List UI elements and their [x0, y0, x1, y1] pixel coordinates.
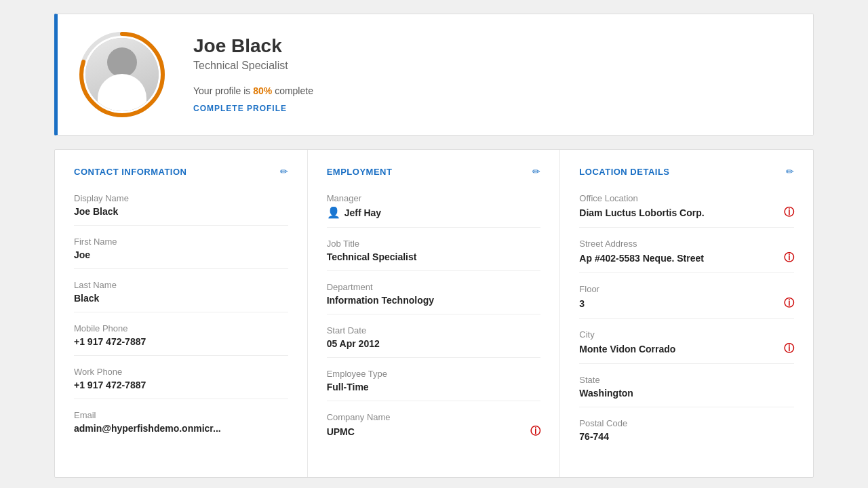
field-work-phone: Work Phone +1 917 472-7887: [74, 367, 288, 399]
person-icon: 👤: [327, 206, 340, 219]
location-column: LOCATION DETAILS ✏ Office Location Diam …: [560, 150, 813, 477]
complete-profile-link[interactable]: COMPLETE PROFILE: [193, 104, 287, 113]
street-address-value: Ap #402-5583 Neque. Street ⓘ: [579, 251, 794, 264]
employee-type-label: Employee Type: [327, 369, 541, 379]
field-email: Email admin@hyperfishdemo.onmicr...: [74, 410, 288, 442]
field-first-name: First Name Joe: [74, 237, 288, 269]
email-value: admin@hyperfishdemo.onmicr...: [74, 423, 288, 434]
field-office-location: Office Location Diam Luctus Lobortis Cor…: [579, 193, 794, 228]
field-display-name: Display Name Joe Black: [74, 193, 288, 226]
work-phone-label: Work Phone: [74, 367, 288, 377]
field-start-date: Start Date 05 Apr 2012: [327, 325, 541, 358]
mobile-phone-value: +1 917 472-7887: [74, 336, 288, 347]
display-name-label: Display Name: [74, 193, 288, 203]
contact-title: CONTACT INFORMATION: [74, 167, 186, 177]
location-header: LOCATION DETAILS ✏: [579, 166, 794, 180]
field-city: City Monte Vidon Corrado ⓘ: [579, 329, 794, 364]
field-last-name: Last Name Black: [74, 280, 288, 312]
state-value: Washington: [579, 388, 794, 399]
first-name-label: First Name: [74, 237, 288, 247]
profile-job-title: Technical Specialist: [193, 60, 793, 72]
office-location-value: Diam Luctus Lobortis Corp. ⓘ: [579, 206, 794, 219]
info-section: CONTACT INFORMATION ✏ Display Name Joe B…: [54, 149, 814, 478]
manager-value: 👤 Jeff Hay: [327, 206, 541, 219]
postal-code-value: 76-744: [579, 431, 794, 442]
employee-type-value: Full-Time: [327, 382, 541, 392]
field-street-address: Street Address Ap #402-5583 Neque. Stree…: [579, 239, 794, 273]
profile-name: Joe Black: [193, 35, 793, 57]
company-name-label: Company Name: [327, 412, 541, 422]
start-date-value: 05 Apr 2012: [327, 338, 541, 349]
mobile-phone-label: Mobile Phone: [74, 323, 288, 333]
display-name-value: Joe Black: [74, 206, 288, 217]
start-date-label: Start Date: [327, 325, 541, 336]
field-department: Department Information Technology: [327, 282, 541, 314]
company-name-value: UPMC ⓘ: [327, 425, 541, 438]
job-title-label: Job Title: [327, 239, 541, 249]
state-label: State: [579, 375, 794, 385]
field-state: State Washington: [579, 375, 794, 407]
floor-label: Floor: [579, 284, 794, 294]
department-label: Department: [327, 282, 541, 292]
employment-header: EMPLOYMENT ✏: [327, 166, 541, 180]
street-warning-icon: ⓘ: [784, 251, 794, 264]
contact-header: CONTACT INFORMATION ✏: [74, 166, 288, 180]
floor-warning-icon: ⓘ: [784, 297, 794, 310]
office-warning-icon: ⓘ: [784, 206, 794, 219]
field-employee-type: Employee Type Full-Time: [327, 369, 541, 401]
field-mobile-phone: Mobile Phone +1 917 472-7887: [74, 323, 288, 356]
postal-code-label: Postal Code: [579, 418, 794, 428]
field-company-name: Company Name UPMC ⓘ: [327, 412, 541, 446]
last-name-value: Black: [74, 293, 288, 304]
employment-column: EMPLOYMENT ✏ Manager 👤 Jeff Hay Job Titl…: [308, 150, 561, 477]
contact-column: CONTACT INFORMATION ✏ Display Name Joe B…: [55, 150, 308, 477]
company-warning-icon: ⓘ: [530, 425, 540, 438]
floor-value: 3 ⓘ: [579, 297, 794, 310]
field-floor: Floor 3 ⓘ: [579, 284, 794, 319]
street-address-label: Street Address: [579, 239, 794, 249]
completion-pct: 80%: [253, 85, 272, 96]
city-warning-icon: ⓘ: [784, 342, 794, 355]
field-postal-code: Postal Code 76-744: [579, 418, 794, 450]
completion-text: Your profile is 80% complete: [193, 85, 793, 96]
contact-edit-icon[interactable]: ✏: [280, 166, 288, 177]
email-label: Email: [74, 410, 288, 420]
location-title: LOCATION DETAILS: [579, 167, 669, 177]
profile-card: Joe Black Technical Specialist Your prof…: [54, 14, 814, 136]
location-edit-icon[interactable]: ✏: [786, 166, 794, 177]
profile-completion: Your profile is 80% complete COMPLETE PR…: [193, 85, 793, 114]
city-label: City: [579, 329, 794, 340]
avatar-wrapper: [78, 30, 166, 119]
profile-info: Joe Black Technical Specialist Your prof…: [193, 35, 793, 114]
department-value: Information Technology: [327, 295, 541, 306]
first-name-value: Joe: [74, 249, 288, 260]
job-title-value: Technical Specialist: [327, 251, 541, 262]
employment-edit-icon[interactable]: ✏: [532, 166, 540, 177]
office-location-label: Office Location: [579, 193, 794, 203]
manager-label: Manager: [327, 193, 541, 203]
field-job-title: Job Title Technical Specialist: [327, 239, 541, 271]
work-phone-value: +1 917 472-7887: [74, 380, 288, 390]
field-manager: Manager 👤 Jeff Hay: [327, 193, 541, 228]
employment-title: EMPLOYMENT: [327, 167, 393, 177]
city-value: Monte Vidon Corrado ⓘ: [579, 342, 794, 355]
last-name-label: Last Name: [74, 280, 288, 290]
avatar: [85, 38, 159, 111]
